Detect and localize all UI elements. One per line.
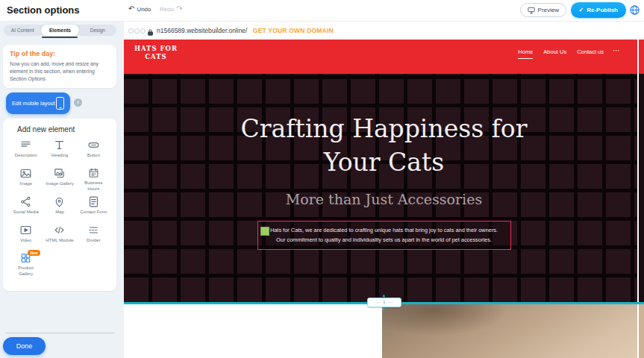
tip-of-the-day-panel: Tip of the day: Now you can add, move an… [3,45,116,88]
undo-button[interactable]: ↶ Undo [128,5,151,13]
updown-arrow-icon: ↕ [383,300,386,306]
nav-about-us[interactable]: About Us [543,48,566,59]
redo-label: Redo [160,6,174,13]
edge-photo-color [639,302,644,358]
browser-chrome: n1566589.websitebuilder.online/ GET YOUR… [124,21,644,40]
window-dot-2 [134,28,140,34]
element-image[interactable]: Image [9,167,43,192]
tip-title: Tip of the day: [10,50,110,57]
edit-mobile-label: Edit mobile layout [12,100,55,107]
edge-header-color [639,40,644,74]
page-edge-strip [637,40,644,358]
new-badge: New [28,250,40,256]
sidebar-divider [5,333,115,333]
handle-dots-left: ··· [375,300,381,305]
image-gallery-icon [53,167,66,180]
get-domain-link[interactable]: GET YOUR OWN DOMAIN [253,27,334,34]
window-dot-1 [128,28,134,34]
add-new-element-panel: Add new element Description Heading [3,119,116,291]
check-icon: ✓ [579,7,584,13]
image-icon [19,167,32,180]
resize-handle-pill[interactable]: ··· ↕ ··· [367,298,401,307]
html-module-icon [53,224,66,236]
divider-icon [87,224,100,236]
element-product-gallery[interactable]: New Product Gallery [9,252,43,277]
tab-design[interactable]: Design [79,25,116,36]
phone-icon [56,97,64,110]
redo-button[interactable]: Redo ↷ [160,5,183,13]
heading-icon [53,139,66,151]
active-tab-indicator [42,37,78,38]
element-map[interactable]: Map [43,195,76,220]
element-heading[interactable]: Heading [43,139,76,163]
element-business-hours[interactable]: Business Hours [77,167,110,192]
page-title: Section options [7,4,80,16]
button-icon [87,139,100,151]
nav-more-icon[interactable]: ⋯ [613,46,620,54]
add-panel-title: Add new element [17,125,110,134]
hero-paragraph-selected[interactable]: Hats for Cats, we are dedicated to craft… [257,221,511,250]
hero-paragraph-text: Hats for Cats, we are dedicated to craft… [270,227,498,243]
language-globe-button[interactable] [629,4,640,16]
edit-mobile-layout-button[interactable]: Edit mobile layout [6,92,70,114]
hero-section[interactable]: Crafting Happiness for Your Cats More th… [124,74,644,302]
element-description[interactable]: Description [9,139,43,163]
undo-label: Undo [137,6,151,13]
map-icon [53,195,66,208]
element-social-media[interactable]: Social Media [9,195,43,220]
site-header: HATS FOR CATS Home About Us Contact us ⋯ [124,40,644,74]
site-nav: Home About Us Contact us [518,48,604,59]
website-builder-app: Section options ↶ Undo Redo ↷ Preview ✓ … [0,0,644,358]
edge-hero-color [639,74,644,302]
globe-icon [629,4,640,16]
preview-label: Preview [538,7,559,13]
redo-icon: ↷ [176,5,182,13]
nav-home[interactable]: Home [518,48,533,59]
tip-body: Now you can add, move and resize any ele… [10,60,110,83]
element-html-module[interactable]: HTML Module [43,224,76,248]
url-bar: n1566589.websitebuilder.online/ GET YOUR… [157,27,334,34]
monitor-icon [528,7,535,14]
preview-button[interactable]: Preview [520,3,566,17]
element-grid: Description Heading Button [9,139,110,277]
business-hours-icon [87,167,100,179]
tab-ai-content[interactable]: AI Content [4,25,41,36]
republish-button[interactable]: ✓ Re-Publish [571,2,626,18]
tab-elements[interactable]: Elements [41,25,78,36]
contact-form-icon [87,195,100,208]
element-button[interactable]: Button [77,139,110,163]
lock-icon [147,26,154,40]
description-icon [19,139,32,151]
site-logo[interactable]: HATS FOR CATS [134,45,178,62]
element-image-gallery[interactable]: Image Gallery [43,167,76,192]
social-media-icon [19,195,32,208]
element-divider[interactable]: Divider [77,224,110,248]
handle-dots-right: ··· [388,300,393,305]
section-resize-handle[interactable]: ▲ ··· ↕ ··· ▼ [367,293,401,312]
hero-heading[interactable]: Crafting Happiness for Your Cats [228,74,541,179]
top-toolbar: Section options ↶ Undo Redo ↷ Preview ✓ … [0,0,644,22]
sidebar-tabs: AI Content Elements Design [4,25,116,36]
element-contact-form[interactable]: Contact Form [77,195,110,220]
element-video[interactable]: Video [9,224,43,248]
section-options-sidebar: AI Content Elements Design Tip of the da… [0,21,124,358]
undo-icon: ↶ [128,5,134,13]
arrow-down-icon: ▼ [382,307,387,312]
cat-photo[interactable] [382,304,644,358]
nav-contact-us[interactable]: Contact us [577,48,604,59]
video-icon [19,224,32,236]
done-button[interactable]: Done [3,337,46,355]
info-icon[interactable]: i [74,98,82,107]
element-drag-handle[interactable] [260,227,269,236]
window-dot-3 [140,28,146,34]
site-preview: HATS FOR CATS Home About Us Contact us ⋯… [124,40,644,358]
hero-subheading[interactable]: More than Just Accessories [124,191,644,207]
republish-label: Re-Publish [587,7,618,13]
site-url: n1566589.websitebuilder.online/ [157,27,247,34]
